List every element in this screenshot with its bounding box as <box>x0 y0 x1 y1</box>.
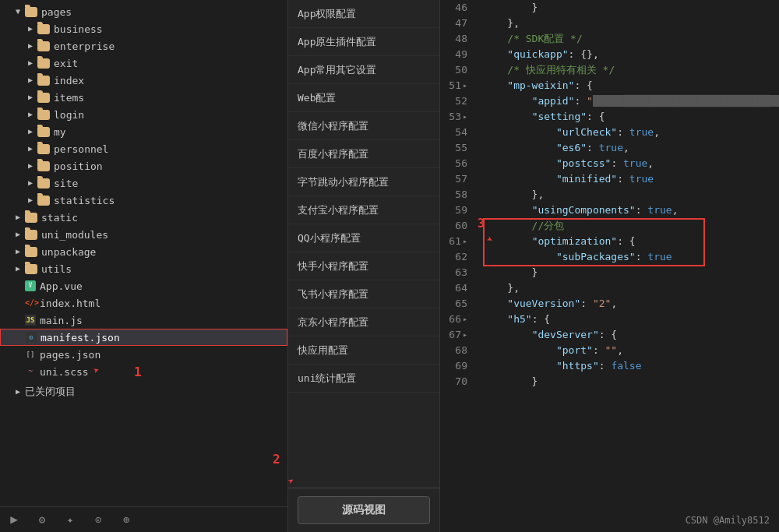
tree-item-items[interactable]: ▶ items <box>0 89 287 106</box>
tree-item-uni-scss[interactable]: ▶ ~ uni.scss <box>0 363 287 380</box>
config-item-weixin[interactable]: 微信小程序配置 <box>288 112 439 140</box>
plugin-icon[interactable]: ✦ <box>62 512 78 527</box>
line-num: 59 <box>440 203 467 218</box>
line-num: 53 ▸ <box>440 109 467 125</box>
tree-item-login[interactable]: ▶ login <box>0 106 287 123</box>
folder-icon <box>25 230 37 240</box>
tree-item-pages-json[interactable]: ▶ [] pages.json <box>0 346 287 363</box>
code-editor: 46 47 48 49 50 51 ▸ 52 53 ▸ 54 55 56 57 … <box>440 0 779 532</box>
config-item-jingdong[interactable]: 京东小程序配置 <box>288 308 439 336</box>
tree-item-enterprise[interactable]: ▶ enterprise <box>0 37 287 55</box>
line-num: 49 <box>440 47 467 62</box>
config-item-alipay[interactable]: 支付宝小程序配置 <box>288 196 439 224</box>
tree-item-site[interactable]: ▶ site <box>0 174 287 192</box>
config-item-label: 支付宝小程序配置 <box>298 203 379 217</box>
chevron-icon: ▶ <box>25 195 36 206</box>
tree-label: pages.json <box>40 349 100 361</box>
tree-label: enterprise <box>54 41 115 52</box>
config-item-app-permissions[interactable]: App权限配置 <box>288 0 439 28</box>
code-line-46: } <box>483 0 779 16</box>
tree-item-static[interactable]: ▶ static <box>0 209 287 226</box>
folder-icon <box>37 58 50 69</box>
tree-item-exit[interactable]: ▶ exit <box>0 55 287 72</box>
code-line-55: "es6": true, <box>483 140 779 156</box>
config-item-baidu[interactable]: 百度小程序配置 <box>288 140 439 168</box>
line-num: 65 <box>440 296 467 312</box>
code-line-68: "port": "", <box>483 343 779 358</box>
line-num: 50 <box>440 62 467 78</box>
config-item-uni-statistics[interactable]: uni统计配置 <box>288 365 439 393</box>
tree-label: manifest.json <box>41 332 120 344</box>
tree-item-index-html[interactable]: ▶ </> index.html <box>0 294 287 312</box>
code-line-50: /* 快应用特有相关 */ <box>483 62 779 78</box>
tree-item-uni-modules[interactable]: ▶ uni_modules <box>0 226 287 243</box>
folder-icon <box>25 247 37 257</box>
tree-item-main-js[interactable]: ▶ JS main.js <box>0 312 287 329</box>
config-item-quickapp[interactable]: 快应用配置 <box>288 336 439 365</box>
code-line-60: //分包 <box>483 218 779 234</box>
tree-label: items <box>54 92 84 104</box>
tree-item-app-vue[interactable]: ▶ V App.vue <box>0 277 287 294</box>
config-item-label: 京东小程序配置 <box>298 315 368 329</box>
config-item-label: QQ小程序配置 <box>298 231 361 245</box>
code-content[interactable]: } }, /* SDK配置 */ "quickapp": {}, /* 快应用特… <box>475 0 779 532</box>
annotation-label-3: 3 <box>478 217 485 231</box>
tree-item-manifest-json[interactable]: ▶ ⚙ manifest.json <box>0 329 287 346</box>
chevron-icon: ▶ <box>12 263 23 274</box>
tree-item-pages[interactable]: ▼ pages <box>0 3 287 20</box>
config-item-label: 快手小程序配置 <box>298 259 368 273</box>
main-container: ▼ pages ▶ business ▶ enterprise ▶ exit <box>0 0 779 532</box>
config-item-app-native[interactable]: App原生插件配置 <box>288 28 439 56</box>
run-icon[interactable]: ▶ <box>6 512 22 527</box>
line-num: 48 <box>440 31 467 47</box>
json-file-icon: ⚙ <box>26 332 37 343</box>
line-num: 64 <box>440 280 467 296</box>
tree-label: static <box>41 212 78 224</box>
tree-label: exit <box>54 58 78 69</box>
code-line-48: /* SDK配置 */ <box>483 31 779 47</box>
code-line-52: "appid": "████████████████████████", <box>483 93 779 109</box>
chevron-icon: ▶ <box>12 386 23 397</box>
config-item-label: App常用其它设置 <box>298 63 376 77</box>
code-line-47: }, <box>483 16 779 31</box>
config-item-label: 飞书小程序配置 <box>298 287 368 301</box>
folder-icon <box>25 7 37 17</box>
tree-label: index <box>54 75 84 86</box>
chevron-icon: ▶ <box>25 143 36 154</box>
link-icon[interactable]: ⊙ <box>90 512 106 527</box>
config-item-feishu[interactable]: 飞书小程序配置 <box>288 280 439 308</box>
tree-label: pages <box>41 6 72 18</box>
line-num: 54 <box>440 125 467 140</box>
code-line-70: } <box>483 374 779 389</box>
code-line-61: "optimization": { <box>483 234 779 249</box>
settings-icon[interactable]: ⊕ <box>118 512 134 527</box>
line-num: 52 <box>440 93 467 109</box>
code-line-69: "https": false <box>483 358 779 374</box>
build-icon[interactable]: ⚙ <box>34 512 50 527</box>
tree-item-index[interactable]: ▶ index <box>0 72 287 89</box>
config-item-label: 字节跳动小程序配置 <box>298 175 389 189</box>
config-item-web[interactable]: Web配置 <box>288 84 439 112</box>
config-item-app-common[interactable]: App常用其它设置 <box>288 56 439 84</box>
folder-icon <box>37 196 50 206</box>
config-item-bytedance[interactable]: 字节跳动小程序配置 <box>288 168 439 196</box>
folder-icon <box>37 110 50 120</box>
tree-item-unpackage[interactable]: ▶ unpackage <box>0 243 287 260</box>
config-item-qq[interactable]: QQ小程序配置 <box>288 224 439 252</box>
tree-item-my[interactable]: ▶ my <box>0 123 287 140</box>
tree-item-utils[interactable]: ▶ utils <box>0 260 287 277</box>
config-item-kuaishou[interactable]: 快手小程序配置 <box>288 252 439 280</box>
tree-item-business[interactable]: ▶ business <box>0 20 287 37</box>
tree-item-position[interactable]: ▶ position <box>0 157 287 174</box>
source-view-section: 源码视图 <box>288 488 439 532</box>
folder-icon <box>37 161 50 171</box>
tree-label: uni_modules <box>41 229 108 241</box>
tree-item-personnel[interactable]: ▶ personnel <box>0 140 287 157</box>
config-item-label: Web配置 <box>298 91 336 105</box>
folder-icon <box>37 76 50 86</box>
tree-item-statistics[interactable]: ▶ statistics <box>0 192 287 209</box>
source-view-button[interactable]: 源码视图 <box>298 496 430 524</box>
chevron-icon: ▶ <box>25 126 36 137</box>
tree-item-closed-projects[interactable]: ▶ 已关闭项目 <box>0 383 287 400</box>
line-num: 67 ▸ <box>440 327 467 343</box>
